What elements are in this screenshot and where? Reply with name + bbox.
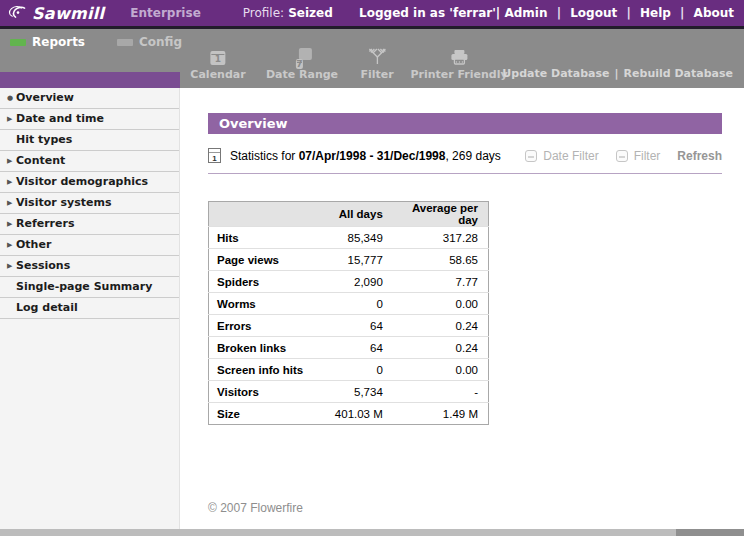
sidebar-item-label: Sessions: [16, 256, 70, 276]
rebuild-database-link[interactable]: Rebuild Database: [624, 67, 733, 80]
column-header-all-days: All days: [318, 202, 393, 227]
row-label: Size: [209, 403, 319, 425]
tab-reports-label: Reports: [32, 35, 85, 49]
database-actions: Update Database|Rebuild Database: [502, 67, 733, 80]
all-days-value: 401.03 M: [318, 403, 393, 425]
profile-value: Seized: [288, 6, 333, 20]
top-bar: Sawmill Enterprise Profile:Seized Logged…: [0, 0, 744, 26]
toolbar-calendar-label: Calendar: [190, 68, 245, 81]
avg-per-day-value: 58.65: [393, 249, 489, 271]
toolbar-filter[interactable]: Filter: [360, 47, 393, 81]
sidebar-item-date-and-time[interactable]: ▶Date and time: [0, 109, 179, 130]
avg-per-day-value: -: [393, 381, 489, 403]
toolbar-date-range-label: Date Range: [266, 68, 338, 81]
chevron-right-icon: ▶: [7, 151, 16, 171]
toolbar-printer-friendly[interactable]: Printer Friendly: [410, 47, 507, 81]
brand-name: Sawmill: [32, 4, 104, 23]
avg-per-day-value: 0.24: [393, 337, 489, 359]
reports-swatch-icon: [10, 39, 26, 46]
sidebar-item-other[interactable]: ▶Other: [0, 235, 179, 256]
all-days-value: 0: [318, 359, 393, 381]
sidebar-item-visitor-systems[interactable]: ▶Visitor systems: [0, 193, 179, 214]
avg-per-day-value: 0.24: [393, 315, 489, 337]
all-days-value: 2,090: [318, 271, 393, 293]
sidebar-item-visitor-demographics[interactable]: ▶Visitor demographics: [0, 172, 179, 193]
sidebar-item-label: Other: [16, 235, 51, 255]
row-label: Worms: [209, 293, 319, 315]
row-label: Page views: [209, 249, 319, 271]
admin-link[interactable]: Admin: [500, 6, 551, 20]
db-actions-separator: |: [610, 67, 624, 80]
table-row-worms: Worms 0 0.00: [209, 293, 489, 315]
toolbar-filter-label: Filter: [360, 68, 393, 81]
toolbar-date-range[interactable]: 7 Date Range: [266, 47, 338, 81]
all-days-value: 64: [318, 315, 393, 337]
table-row-hits: Hits 85,349 317.28: [209, 227, 489, 249]
scrollbar-thumb[interactable]: [676, 529, 744, 536]
tab-config[interactable]: Config: [117, 35, 182, 49]
sidebar-item-sessions[interactable]: ▶Sessions: [0, 256, 179, 277]
row-label: Spiders: [209, 271, 319, 293]
sidebar-item-label: Visitor demographics: [16, 172, 148, 192]
logged-in-label: Logged in as 'ferrar'|: [359, 6, 500, 20]
table-row-size: Size 401.03 M 1.49 M: [209, 403, 489, 425]
session-separator: |: [621, 6, 635, 20]
row-label: Visitors: [209, 381, 319, 403]
nav-tabs: Reports Config: [10, 35, 182, 49]
sidebar-item-label: Visitor systems: [16, 193, 111, 213]
avg-per-day-value: 1.49 M: [393, 403, 489, 425]
date-filter-checkbox[interactable]: [525, 150, 537, 162]
logout-link[interactable]: Logout: [566, 6, 621, 20]
all-days-value: 64: [318, 337, 393, 359]
reports-sidebar: ●Overview▶Date and timeHit types▶Content…: [0, 88, 180, 529]
sidebar-item-hit-types[interactable]: Hit types: [0, 130, 179, 151]
sidebar-header-bar: [0, 72, 180, 88]
page-title: Overview: [208, 113, 722, 134]
filter-controls: Date Filter Filter Refresh: [525, 149, 722, 163]
table-row-screen-info-hits: Screen info hits 0 0.00: [209, 359, 489, 381]
row-label: Broken links: [209, 337, 319, 359]
sidebar-item-label: Overview: [16, 88, 74, 108]
help-link[interactable]: Help: [636, 6, 675, 20]
avg-per-day-value: 317.28: [393, 227, 489, 249]
avg-per-day-value: 0.00: [393, 359, 489, 381]
chevron-right-icon: ▶: [7, 109, 16, 129]
tab-config-label: Config: [139, 35, 182, 49]
filter-checkbox[interactable]: [616, 150, 628, 162]
session-bar: Logged in as 'ferrar'| Admin | Logout | …: [359, 6, 734, 20]
sidebar-item-log-detail[interactable]: Log detail: [0, 298, 179, 319]
toolbar-calendar[interactable]: 1 Calendar: [190, 47, 245, 81]
filter-funnel-icon: [360, 47, 393, 65]
chevron-right-icon: ▶: [7, 172, 16, 192]
table-row-visitors: Visitors 5,734 -: [209, 381, 489, 403]
date-filter-control: Date Filter: [525, 149, 598, 163]
chevron-right-icon: ▶: [7, 235, 16, 255]
sidebar-item-overview[interactable]: ●Overview: [0, 88, 179, 109]
chevron-right-icon: ▶: [7, 256, 16, 276]
sidebar-item-single-page-summary[interactable]: Single-page Summary: [0, 277, 179, 298]
row-label: Screen info hits: [209, 359, 319, 381]
bullet-icon: ●: [7, 88, 16, 108]
sidebar-item-content[interactable]: ▶Content: [0, 151, 179, 172]
avg-per-day-value: 7.77: [393, 271, 489, 293]
edition-label: Enterprise: [130, 6, 200, 20]
update-database-link[interactable]: Update Database: [502, 67, 609, 80]
horizontal-scrollbar[interactable]: [0, 529, 744, 536]
column-header-metric: [209, 202, 319, 227]
date-range-value: 07/Apr/1998 - 31/Dec/1998: [299, 149, 446, 163]
all-days-value: 15,777: [318, 249, 393, 271]
chevron-right-icon: ▶: [7, 193, 16, 213]
toolbar-band: Reports Config 1 Calendar7 Date Range Fi…: [0, 29, 744, 88]
sidebar-item-label: Single-page Summary: [16, 277, 152, 297]
calendar-day-icon: 1: [208, 148, 221, 163]
row-label: Errors: [209, 315, 319, 337]
sawmill-brand[interactable]: Sawmill: [8, 4, 104, 23]
sawmill-logo-icon: [8, 4, 28, 22]
all-days-value: 85,349: [318, 227, 393, 249]
sidebar-item-label: Referrers: [16, 214, 74, 234]
about-link[interactable]: About: [689, 6, 734, 20]
refresh-button[interactable]: Refresh: [677, 149, 722, 163]
statistics-row: 1 Statistics for 07/Apr/1998 - 31/Dec/19…: [208, 148, 722, 163]
sidebar-item-referrers[interactable]: ▶Referrers: [0, 214, 179, 235]
tab-reports[interactable]: Reports: [10, 35, 85, 49]
